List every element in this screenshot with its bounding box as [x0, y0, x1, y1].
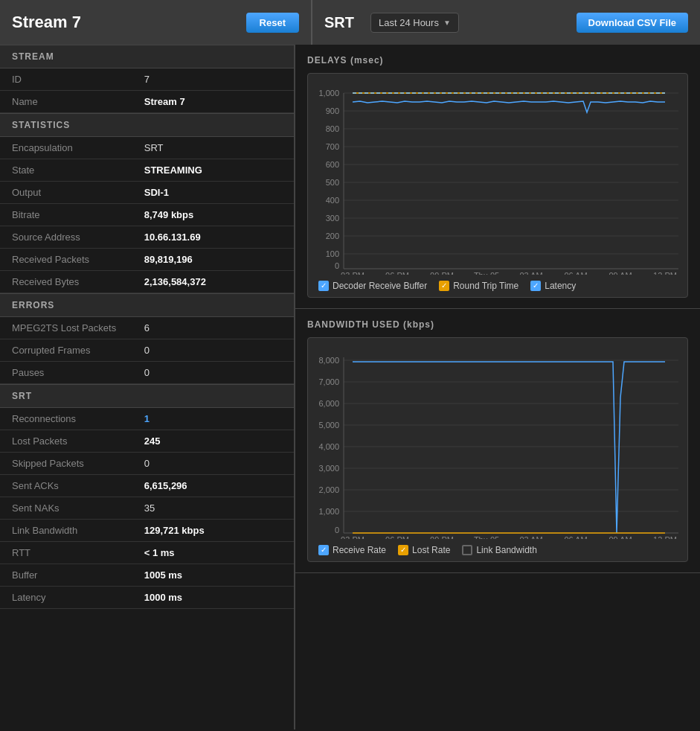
svg-text:Thu 05: Thu 05: [474, 271, 499, 275]
bandwidth-legend: Receive Rate Lost Rate Link Bandwidth: [315, 539, 680, 561]
pauses-label: Pauses: [0, 362, 132, 384]
legend-check-link-bandwidth[interactable]: [462, 545, 472, 555]
skipped-value: 0: [132, 453, 294, 475]
table-row: Encapsulation SRT: [0, 137, 294, 159]
svg-text:03 AM: 03 AM: [519, 271, 542, 275]
download-csv-button[interactable]: Download CSV File: [577, 13, 688, 33]
bandwidth-chart-title: BANDWIDTH USED (kbps): [307, 319, 688, 330]
svg-text:06 AM: 06 AM: [564, 271, 587, 275]
table-row: Sent NAKs 35: [0, 497, 294, 520]
svg-text:09 AM: 09 AM: [609, 271, 632, 275]
stats-section-header: STATISTICS: [0, 113, 294, 137]
recv-bytes-label: Received Bytes: [0, 271, 132, 293]
svg-text:300: 300: [326, 214, 339, 223]
delays-chart-title: DELAYS (msec): [307, 55, 688, 66]
svg-text:2,000: 2,000: [318, 485, 339, 494]
legend-item-decoder[interactable]: Decoder Receive Buffer: [318, 281, 427, 291]
legend-item-receive-rate[interactable]: Receive Rate: [318, 545, 386, 555]
legend-label-latency: Latency: [545, 281, 576, 291]
svg-text:800: 800: [326, 124, 339, 133]
recv-packets-label: Received Packets: [0, 249, 132, 271]
output-label: Output: [0, 182, 132, 204]
svg-text:4,000: 4,000: [318, 442, 339, 451]
lost-packets-label: Lost Packets: [0, 430, 132, 453]
table-row: Bitrate 8,749 kbps: [0, 204, 294, 226]
table-row: Output SDI-1: [0, 182, 294, 204]
legend-check-latency[interactable]: [530, 281, 541, 291]
left-panel: STREAM ID 7 Name Stream 7 STATISTICS Enc…: [0, 45, 295, 730]
svg-text:5,000: 5,000: [318, 421, 339, 430]
srt-info-table: Reconnections 1 Lost Packets 245 Skipped…: [0, 408, 294, 609]
legend-check-receive-rate[interactable]: [318, 545, 329, 555]
svg-text:Thu 05: Thu 05: [474, 535, 499, 539]
svg-text:3,000: 3,000: [318, 464, 339, 473]
corrupted-value: 0: [132, 339, 294, 362]
reset-button[interactable]: Reset: [246, 13, 299, 33]
svg-text:03 PM: 03 PM: [341, 271, 365, 275]
sent-naks-value: 35: [132, 497, 294, 520]
svg-text:0: 0: [335, 526, 339, 534]
svg-text:900: 900: [326, 106, 339, 115]
sent-acks-value: 6,615,296: [132, 475, 294, 497]
svg-text:1,000: 1,000: [318, 507, 339, 516]
mpeg-label: MPEG2TS Lost Packets: [0, 317, 132, 339]
id-value: 7: [132, 68, 294, 91]
stream-info-table: ID 7 Name Stream 7: [0, 68, 294, 113]
latency-value: 1000 ms: [132, 587, 294, 609]
svg-text:600: 600: [326, 160, 339, 169]
svg-text:09 AM: 09 AM: [609, 535, 632, 539]
legend-item-latency[interactable]: Latency: [530, 281, 576, 291]
legend-check-decoder[interactable]: [318, 281, 329, 291]
right-panel: DELAYS (msec) 1,000 900 800 700 600 500 …: [295, 45, 700, 730]
legend-check-lost-rate[interactable]: [398, 545, 408, 555]
svg-text:400: 400: [326, 196, 339, 205]
srt-label: SRT: [324, 14, 354, 31]
table-row: Source Address 10.66.131.69: [0, 226, 294, 249]
name-value: Stream 7: [132, 91, 294, 113]
table-row: Corrupted Frames 0: [0, 339, 294, 362]
bandwidth-chart-container: 8,000 7,000 6,000 5,000 4,000 3,000 2,00…: [307, 337, 688, 562]
stream-title: Stream 7: [12, 13, 246, 32]
svg-text:12 PM: 12 PM: [653, 271, 677, 275]
errors-section-header: ERRORS: [0, 293, 294, 317]
svg-text:12 PM: 12 PM: [653, 535, 677, 539]
pauses-value: 0: [132, 362, 294, 384]
svg-text:1,000: 1,000: [318, 89, 339, 98]
table-row: Latency 1000 ms: [0, 587, 294, 609]
latency-label: Latency: [0, 587, 132, 609]
table-row: Link Bandwidth 129,721 kbps: [0, 520, 294, 542]
rtt-label: RTT: [0, 542, 132, 564]
legend-item-roundtrip[interactable]: Round Trip Time: [439, 281, 518, 291]
bitrate-label: Bitrate: [0, 204, 132, 226]
encapsulation-value: SRT: [132, 137, 294, 159]
source-value: 10.66.131.69: [132, 226, 294, 249]
name-label: Name: [0, 91, 132, 113]
reconnections-value: 1: [132, 408, 294, 430]
table-row: RTT < 1 ms: [0, 542, 294, 564]
svg-text:0: 0: [335, 261, 339, 270]
source-label: Source Address: [0, 226, 132, 249]
legend-item-lost-rate[interactable]: Lost Rate: [398, 545, 450, 555]
svg-text:03 PM: 03 PM: [341, 535, 365, 539]
table-row: Name Stream 7: [0, 91, 294, 113]
right-header: SRT Last 24 Hours ▼ Download CSV File: [312, 0, 700, 45]
legend-label-decoder: Decoder Receive Buffer: [333, 281, 427, 291]
skipped-label: Skipped Packets: [0, 453, 132, 475]
stream-section-header: STREAM: [0, 45, 294, 68]
legend-item-link-bandwidth[interactable]: Link Bandwidth: [462, 545, 536, 555]
sent-acks-label: Sent ACKs: [0, 475, 132, 497]
state-label: State: [0, 159, 132, 182]
legend-label-link-bandwidth: Link Bandwidth: [476, 545, 536, 555]
svg-text:100: 100: [326, 249, 339, 258]
time-range-dropdown[interactable]: Last 24 Hours ▼: [370, 13, 459, 33]
dropdown-arrow-icon: ▼: [443, 19, 451, 27]
table-row: Received Bytes 2,136,584,372: [0, 271, 294, 293]
legend-check-roundtrip[interactable]: [439, 281, 449, 291]
table-row: MPEG2TS Lost Packets 6: [0, 317, 294, 339]
svg-text:06 PM: 06 PM: [385, 271, 409, 275]
table-row: Lost Packets 245: [0, 430, 294, 453]
legend-label-lost-rate: Lost Rate: [412, 545, 450, 555]
table-row: Sent ACKs 6,615,296: [0, 475, 294, 497]
svg-text:500: 500: [326, 178, 339, 187]
legend-label-roundtrip: Round Trip Time: [453, 281, 518, 291]
